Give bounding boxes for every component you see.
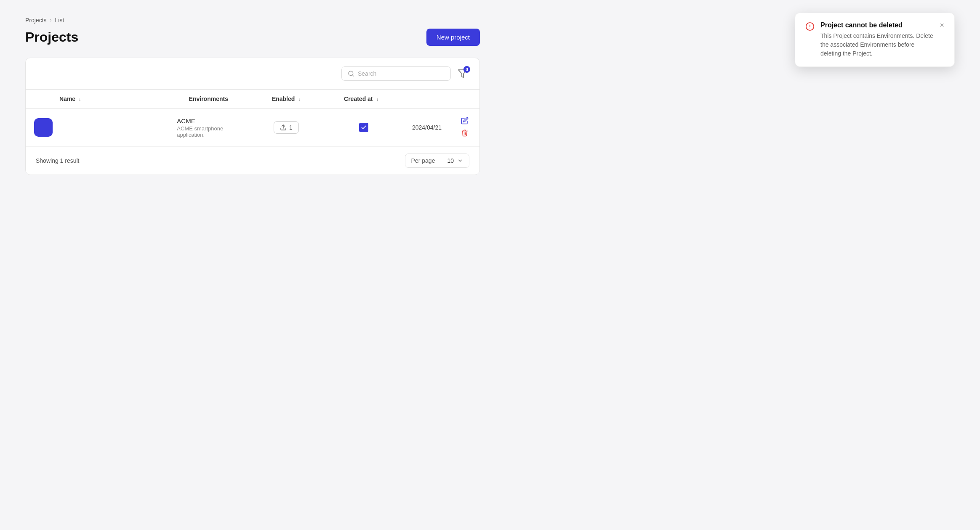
toast-body: This Project contains Environments. Dele… — [820, 32, 934, 58]
checkmark-icon — [361, 125, 367, 130]
environments-count: 1 — [289, 124, 293, 131]
per-page-control: Per page 10 — [405, 154, 469, 168]
project-description: ACME smartphone application. — [177, 125, 240, 138]
search-icon — [348, 70, 354, 77]
created-at-value: 2024/04/21 — [412, 124, 442, 131]
table-header-row: Name ↓ Environments Enabled ↓ Created at… — [26, 90, 479, 109]
created-at-cell: 2024/04/21 — [404, 109, 450, 147]
breadcrumb-projects[interactable]: Projects — [25, 17, 47, 24]
col-header-environments: Environments — [168, 90, 248, 109]
toast-notification: Project cannot be deleted This Project c… — [795, 13, 955, 67]
col-header-enabled[interactable]: Enabled ↓ — [248, 90, 324, 109]
page-title: Projects — [25, 29, 78, 45]
search-input[interactable] — [358, 70, 445, 77]
projects-table-container: 0 Name ↓ Environments Enabled ↓ — [25, 58, 480, 175]
project-icon — [34, 118, 53, 137]
project-name-cell: ACME ACME smartphone application. — [168, 109, 248, 147]
filter-badge: 0 — [463, 66, 470, 73]
search-box — [341, 66, 451, 81]
per-page-label: Per page — [405, 154, 442, 167]
trash-icon — [461, 129, 469, 137]
edit-icon — [461, 117, 469, 125]
toast-title: Project cannot be deleted — [820, 21, 934, 29]
environments-icon — [280, 124, 287, 131]
page-header: Projects New project — [25, 29, 480, 46]
per-page-select[interactable]: 10 — [441, 154, 469, 167]
table-footer: Showing 1 result Per page 10 — [26, 146, 479, 175]
edit-button[interactable] — [458, 115, 471, 127]
sort-icon-name: ↓ — [79, 97, 81, 102]
toast-close-button[interactable]: × — [940, 21, 944, 29]
breadcrumb-current: List — [55, 17, 64, 24]
enabled-cell — [324, 109, 403, 147]
toast-error-icon — [805, 22, 815, 33]
breadcrumb-separator: › — [50, 17, 52, 23]
sort-icon-enabled: ↓ — [298, 97, 301, 102]
new-project-button[interactable]: New project — [426, 29, 480, 46]
environments-badge[interactable]: 1 — [274, 121, 299, 134]
table-toolbar: 0 — [26, 58, 479, 90]
environments-cell: 1 — [248, 109, 324, 147]
col-header-name[interactable]: Name ↓ — [26, 90, 168, 109]
project-icon-cell — [26, 109, 168, 147]
enabled-checkbox[interactable] — [359, 123, 368, 132]
project-name: ACME — [177, 117, 240, 125]
showing-results: Showing 1 result — [36, 157, 80, 164]
toast-content: Project cannot be deleted This Project c… — [820, 21, 934, 58]
delete-button[interactable] — [458, 127, 471, 140]
svg-point-6 — [810, 28, 810, 29]
per-page-value: 10 — [447, 157, 454, 164]
chevron-down-icon — [457, 158, 463, 164]
breadcrumb: Projects › List — [25, 17, 480, 24]
col-header-created-at[interactable]: Created at ↓ — [324, 90, 403, 109]
sort-icon-created: ↓ — [376, 97, 378, 102]
col-header-actions — [404, 90, 450, 109]
projects-table: Name ↓ Environments Enabled ↓ Created at… — [26, 90, 479, 146]
svg-line-1 — [352, 75, 354, 76]
error-circle-icon — [805, 22, 815, 31]
filter-button[interactable]: 0 — [456, 67, 469, 80]
table-row: ACME ACME smartphone application. 1 — [26, 109, 479, 147]
actions-cell — [450, 109, 479, 147]
